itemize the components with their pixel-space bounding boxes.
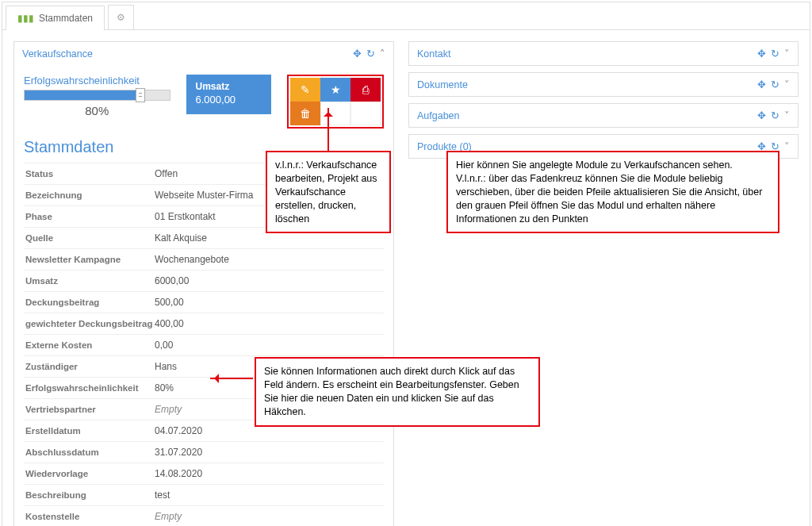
field-value-umsatz[interactable]: 6000,00 [155,275,384,286]
panel-kontakt: Kontakt ✥ ↻ ˅ [408,41,799,66]
field-label: Umsatz [24,276,155,286]
collapse-icon[interactable]: ˄ [380,48,385,60]
tab-bar: ▮▮▮ Stammdaten ⚙ [2,2,810,30]
panel-aufgaben: Aufgaben ✥ ↻ ˅ [408,103,799,128]
expand-icon[interactable]: ˅ [784,79,790,90]
star-button[interactable]: ★ [320,78,350,102]
action-buttons: ✎ ★ ⎙ 🗑 [287,75,384,129]
field-value-newsletter[interactable]: Wochenangebote [155,254,384,265]
field-label: Phase [24,212,155,221]
chart-icon: ▮▮▮ [17,13,34,24]
field-value-beschreibung[interactable]: test [155,490,384,501]
field-label: Vertriebspartner [24,405,155,414]
expand-icon[interactable]: ˅ [784,48,790,60]
probability-slider[interactable] [24,90,170,101]
refresh-icon[interactable]: ↻ [771,48,779,60]
panel-title[interactable]: Kontakt [417,48,450,60]
edit-button[interactable]: ✎ [290,78,320,102]
probability-value: 80% [24,104,170,117]
field-label: Deckungsbeitrag [24,298,155,307]
star-icon: ★ [331,83,341,96]
field-value-deckung[interactable]: 500,00 [155,297,384,308]
tab-settings[interactable]: ⚙ [108,5,134,29]
gear-icon: ⚙ [117,12,125,23]
panel-title[interactable]: Dokumente [417,79,468,90]
expand-icon[interactable]: ˅ [784,109,790,121]
callout-modules: Hier können Sie angelegte Module zu Verk… [446,151,779,233]
field-label: Erfolgswahrscheinlichkeit [24,383,155,393]
probability-label: Erfolgswahrscheinlichkeit [24,75,170,86]
panel-title: Verkaufschance [22,48,93,60]
arrow-icon [327,108,329,151]
delete-button[interactable]: 🗑 [290,102,320,125]
umsatz-box: Umsatz 6.000,00 [186,75,272,114]
field-value-erstell[interactable]: 04.07.2020 [155,425,384,436]
panel-verkaufschance: Verkaufschance ✥ ↻ ˄ Erfolgswahrscheinli… [13,41,394,526]
field-label: Abschlussdatum [24,447,155,457]
field-label: Bezeichnung [24,190,155,200]
field-label: Status [24,169,155,179]
refresh-icon[interactable]: ↻ [771,109,779,121]
panel-dokumente: Dokumente ✥ ↻ ˅ [408,72,799,97]
callout-inline-edit: Sie können Informationen auch direkt dur… [255,357,540,427]
field-label: Externe Kosten [24,340,155,350]
tab-stammdaten[interactable]: ▮▮▮ Stammdaten [6,6,105,30]
tab-label: Stammdaten [39,13,93,24]
empty-slot [350,102,381,125]
print-icon: ⎙ [362,83,369,96]
umsatz-value: 6.000,00 [196,94,262,106]
move-icon[interactable]: ✥ [353,48,362,60]
arrow-icon [210,378,253,379]
field-label: Quelle [24,233,155,243]
probability-widget: Erfolgswahrscheinlichkeit 80% [24,75,170,117]
edit-icon: ✎ [301,83,310,96]
field-label: Erstelldatum [24,426,155,436]
field-value-quelle[interactable]: Kalt Akquise [155,232,384,244]
move-icon[interactable]: ✥ [757,109,766,121]
trash-icon: 🗑 [300,107,311,120]
field-label: Newsletter Kampagne [24,255,155,264]
panel-title[interactable]: Aufgaben [417,110,460,121]
expand-icon[interactable]: ˅ [784,140,790,152]
field-value-externe[interactable]: 0,00 [155,340,384,351]
move-icon[interactable]: ✥ [757,48,766,60]
move-icon[interactable]: ✥ [757,79,766,90]
field-label: gewichteter Deckungsbeitrag [24,319,155,328]
umsatz-label: Umsatz [196,81,262,92]
slider-fill [25,90,140,100]
field-label: Zuständiger [24,362,155,371]
print-button[interactable]: ⎙ [350,78,381,102]
field-value-abschluss[interactable]: 31.07.2020 [155,447,384,458]
field-label: Wiedervorlage [24,469,155,478]
field-value-kostenstelle[interactable]: Empty [155,511,384,522]
field-value-wieder[interactable]: 14.08.2020 [155,468,384,479]
field-value-gewicht[interactable]: 400,00 [155,318,384,329]
slider-handle[interactable] [136,88,145,102]
field-label: Beschreibung [24,490,155,500]
refresh-icon[interactable]: ↻ [771,79,779,90]
field-label: Kostenstelle [24,512,155,521]
refresh-icon[interactable]: ↻ [366,48,375,60]
callout-actions: v.l.n.r.: Verkaufschance bearbeiten, Pro… [266,151,391,233]
